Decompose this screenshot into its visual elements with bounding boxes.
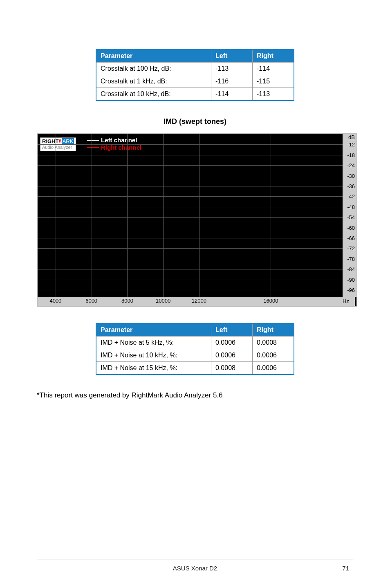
y-tick-label: -18 bbox=[347, 152, 355, 158]
table-row: IMD + Noise at 5 kHz, %: 0.0006 0.0008 bbox=[96, 337, 294, 349]
x-tick-label: 8000 bbox=[121, 298, 133, 304]
gridline-v bbox=[127, 134, 128, 297]
legend-right-line-icon bbox=[87, 147, 99, 148]
footer-page-number: 71 bbox=[342, 565, 349, 572]
gridline-h bbox=[38, 269, 343, 269]
brand-sub: Audio Analyzer bbox=[42, 145, 72, 150]
y-tick-label: -36 bbox=[347, 183, 355, 189]
gridline-v bbox=[163, 134, 164, 297]
gridline-h bbox=[38, 228, 343, 228]
gridline-h bbox=[38, 280, 343, 280]
y-tick-label: -72 bbox=[347, 245, 355, 251]
y-tick-label: -90 bbox=[347, 276, 355, 283]
gridline-h bbox=[38, 207, 343, 207]
gridline-h bbox=[38, 238, 343, 238]
x-axis: Hz 400060008000100001200016000 bbox=[38, 297, 343, 306]
cell-right: -114 bbox=[253, 63, 294, 75]
gridline-h bbox=[38, 290, 343, 290]
cell-param: Crosstalk at 10 kHz, dB: bbox=[96, 88, 211, 101]
th-left: Left bbox=[211, 323, 253, 337]
gridline-v bbox=[56, 134, 56, 297]
x-tick-label: 6000 bbox=[85, 298, 97, 304]
x-tick-label: 12000 bbox=[192, 298, 206, 304]
cell-param: IMD + Noise at 10 kHz, %: bbox=[96, 349, 211, 362]
y-tick-label: -24 bbox=[347, 162, 355, 168]
imd-noise-table: Parameter Left Right IMD + Noise at 5 kH… bbox=[96, 323, 294, 375]
brand-ark: ARK bbox=[62, 138, 74, 144]
th-parameter: Parameter bbox=[96, 323, 211, 337]
th-left: Left bbox=[211, 49, 253, 63]
cell-left: 0.0006 bbox=[211, 337, 253, 349]
legend-left-label: Left channel bbox=[101, 137, 137, 144]
th-parameter: Parameter bbox=[96, 49, 211, 63]
y-tick-label: -66 bbox=[347, 235, 355, 241]
cell-left: -114 bbox=[211, 88, 253, 101]
legend-left-line-icon bbox=[87, 140, 99, 141]
table-row: IMD + Noise at 15 kHz, %: 0.0008 0.0006 bbox=[96, 362, 294, 375]
gridline-h bbox=[38, 259, 343, 259]
gridline-h bbox=[38, 196, 343, 197]
legend-right-label: Right channel bbox=[101, 144, 141, 151]
x-axis-unit: Hz bbox=[341, 297, 355, 306]
footer-rule bbox=[37, 559, 353, 559]
cell-right: -115 bbox=[253, 75, 294, 88]
gridline-h bbox=[38, 165, 343, 166]
x-tick-label: 16000 bbox=[263, 298, 278, 304]
cell-right: 0.0006 bbox=[253, 349, 294, 362]
y-tick-label: -42 bbox=[347, 193, 355, 200]
gridline-v bbox=[199, 134, 199, 297]
gridline-h bbox=[38, 155, 343, 155]
gridline-h bbox=[38, 176, 343, 176]
crosstalk-table: Parameter Left Right Crosstalk at 100 Hz… bbox=[96, 49, 294, 101]
gridline-h bbox=[38, 144, 343, 145]
gridline-v bbox=[271, 134, 271, 297]
brand-right: RIGHT bbox=[42, 138, 58, 144]
table-row: Crosstalk at 1 kHz, dB: -116 -115 bbox=[96, 75, 294, 88]
y-tick-label: -78 bbox=[347, 256, 355, 262]
cell-right: 0.0008 bbox=[253, 337, 294, 349]
y-tick-label: -96 bbox=[347, 287, 355, 293]
gridline-h bbox=[38, 217, 343, 218]
footer-product: ASUS Xonar D2 bbox=[0, 565, 390, 572]
cell-left: -116 bbox=[211, 75, 253, 88]
table-row: IMD + Noise at 10 kHz, %: 0.0006 0.0006 bbox=[96, 349, 294, 362]
cell-param: IMD + Noise at 5 kHz, %: bbox=[96, 337, 211, 349]
footnote: *This report was generated by RightMark … bbox=[37, 391, 353, 399]
cell-left: -113 bbox=[211, 63, 253, 75]
gridline-h bbox=[38, 248, 343, 249]
y-tick-label: -60 bbox=[347, 224, 355, 231]
x-tick-label: 10000 bbox=[156, 298, 170, 304]
y-tick-label: -30 bbox=[347, 173, 355, 179]
cell-right: 0.0006 bbox=[253, 362, 294, 375]
y-tick-label: -54 bbox=[347, 214, 355, 220]
gridline-v bbox=[92, 134, 92, 297]
th-right: Right bbox=[253, 49, 294, 63]
y-tick-label: -84 bbox=[347, 266, 355, 272]
gridline-h bbox=[38, 186, 343, 186]
chart-plot: RIGHT/\ARK Audio Analyzer Left channel R… bbox=[38, 134, 343, 297]
footer-rule-shadow bbox=[37, 560, 353, 560]
imd-chart: RIGHT/\ARK Audio Analyzer Left channel R… bbox=[37, 133, 357, 307]
y-tick-label: -48 bbox=[347, 204, 355, 210]
brand-slash-icon: /\ bbox=[58, 138, 61, 144]
table-row: Crosstalk at 10 kHz, dB: -114 -113 bbox=[96, 88, 294, 101]
y-axis: dB -12-18-24-30-36-42-48-54-60-66-72-78-… bbox=[343, 134, 356, 297]
y-axis-unit: dB bbox=[348, 134, 355, 140]
y-tick-label: -12 bbox=[347, 141, 355, 148]
cell-param: Crosstalk at 100 Hz, dB: bbox=[96, 63, 211, 75]
table-row: Crosstalk at 100 Hz, dB: -113 -114 bbox=[96, 63, 294, 75]
th-right: Right bbox=[253, 323, 294, 337]
cell-left: 0.0008 bbox=[211, 362, 253, 375]
chart-title: IMD (swept tones) bbox=[37, 117, 353, 126]
cell-param: Crosstalk at 1 kHz, dB: bbox=[96, 75, 211, 88]
cell-left: 0.0006 bbox=[211, 349, 253, 362]
cell-param: IMD + Noise at 15 kHz, %: bbox=[96, 362, 211, 375]
cell-right: -113 bbox=[253, 88, 294, 101]
x-tick-label: 4000 bbox=[49, 298, 61, 304]
